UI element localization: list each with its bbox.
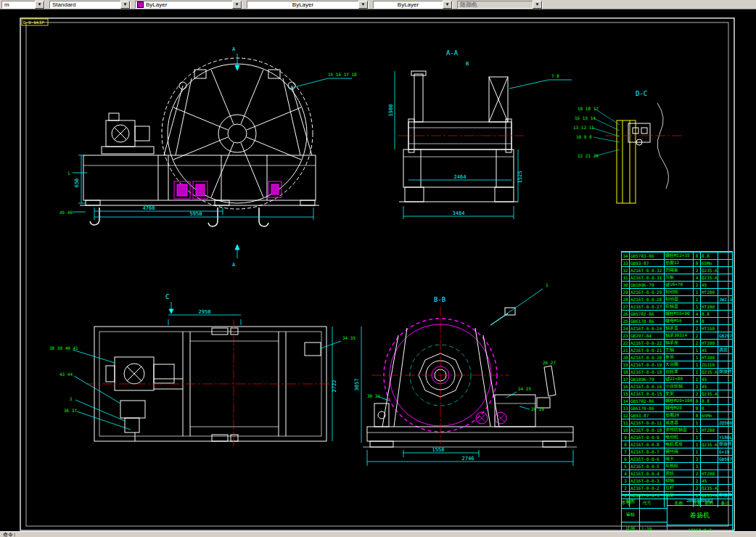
dim-text: 2722 — [332, 380, 337, 393]
bom-cell-material: 8.8 — [701, 397, 718, 404]
bom-cell-material: 65Mn — [701, 411, 718, 419]
bom-cell-seq: 28 — [622, 295, 630, 303]
balloon-numbers: 10 9 8 — [576, 134, 592, 139]
balloon-numbers: 38 39 40 41 — [49, 345, 78, 351]
left-combo[interactable]: m ▼ — [1, 1, 45, 9]
balloon-numbers: 43 44 — [59, 372, 73, 377]
bom-cell-qty: 1 — [694, 368, 701, 375]
model-space-canvas[interactable]: D-D-bkIP — [0, 9, 756, 531]
bom-row: 21AZ16T-0-0-21主轴145调质 — [622, 346, 732, 353]
bom-cell-remark — [718, 353, 732, 361]
bom-cell-material: Q235-A — [701, 266, 718, 274]
balloon-numbers: 26 27 — [543, 360, 556, 365]
bom-cell-code: AZ16T-0-0-6 — [630, 455, 665, 462]
corner-label: D-D-bkIP — [22, 19, 48, 25]
dim-text: 1525 — [517, 171, 523, 184]
bom-cell-material: 8.8 — [701, 310, 718, 317]
bom-cell-remark — [718, 317, 732, 324]
bom-cell-qty: 1 — [694, 288, 701, 295]
bom-cell-code: GB93-87 — [630, 411, 665, 419]
bom-cell-qty: 2 — [694, 324, 701, 332]
balloon-numbers: 7 8 — [551, 73, 559, 78]
bom-cell-remark — [718, 375, 732, 382]
bom-cell-material: HT200 — [701, 426, 718, 433]
bom-cell-remark — [718, 303, 732, 310]
title-block-row: 审核 — [622, 509, 667, 522]
style-combo[interactable]: Standard ▼ — [49, 1, 131, 9]
bom-cell-qty: 2 — [694, 470, 701, 477]
chevron-down-icon: ▼ — [533, 1, 542, 9]
object-properties-toolbar: m ▼ Standard ▼ ByLayer ▼ ByLayer ▼ ByLay… — [0, 0, 756, 9]
bom-cell-seq: 18 — [622, 368, 630, 375]
bom-row: 32AZ16T-0-0-32挡绳板2Q235-A — [622, 266, 732, 274]
chevron-down-icon[interactable]: ▼ — [358, 1, 368, 9]
chevron-down-icon[interactable]: ▼ — [35, 1, 44, 9]
balloon-numbers: 2 — [70, 396, 73, 401]
plotstyle-combo-value: 随颜色 — [458, 1, 533, 9]
bom-cell-code: GB93-87 — [630, 259, 665, 266]
bom-cell-code: AZ16T-0-0-24 — [630, 324, 665, 332]
bom-cell-name: 垫圈20 — [665, 411, 694, 419]
dim-text: 3057 — [354, 379, 360, 391]
bom-cell-seq: 7 — [622, 448, 630, 455]
color-combo[interactable]: ByLayer ▼ — [135, 1, 242, 9]
balloon-numbers: 22 21 20 — [578, 153, 599, 158]
bom-row: 23GB297-84轴承303142GB297 — [622, 332, 732, 339]
command-prompt: 命令: — [3, 532, 16, 537]
bom-cell-seq: 20 — [622, 353, 630, 361]
plan-view-annotations: C 2950 2722 38 39 40 41 43 44 2 36 37 34… — [49, 293, 356, 441]
bom-cell-seq: 4 — [622, 470, 630, 477]
bom-cell-material — [701, 295, 718, 303]
bom-cell-material: HT150 — [701, 324, 718, 332]
bom-cell-qty: 8 — [694, 404, 701, 411]
chevron-down-icon[interactable]: ▼ — [443, 1, 452, 9]
dim-text: 5950 — [190, 211, 202, 217]
bom-cell-qty: 8 — [694, 252, 701, 259]
bom-cell-qty: 1 — [694, 346, 701, 353]
bom-cell-seq: 12 — [622, 411, 630, 419]
bom-cell-code: AZ16T-0-0-20 — [630, 353, 665, 361]
bom-cell-seq: 17 — [622, 375, 630, 382]
bom-cell-remark: 调质 — [718, 346, 732, 353]
bom-cell-qty: 1 — [694, 361, 701, 368]
bom-cell-remark: 焊接件 — [718, 440, 732, 448]
lineweight-combo-value: ByLayer — [374, 1, 443, 8]
bom-cell-remark — [718, 477, 732, 484]
bom-cell-name: 螺栓M16×90 — [665, 310, 694, 317]
bom-row: 16AZ16T-0-0-16小齿轮轴145 — [622, 382, 732, 390]
bom-cell-seq: 16 — [622, 382, 630, 390]
bom-cell-seq: 23 — [622, 332, 630, 339]
bom-cell-material: 45 — [701, 382, 718, 390]
balloon-numbers: 1 — [67, 171, 70, 176]
chevron-down-icon[interactable]: ▼ — [232, 1, 242, 9]
bom-cell-seq: 19 — [622, 361, 630, 368]
bom-cell-name: 销轴 — [665, 477, 694, 484]
bom-cell-material — [701, 462, 718, 470]
bom-row: 28AZ16T-0-0-28制动器1JWZ-300 — [622, 295, 732, 303]
linetype-combo[interactable]: ByLayer ▼ — [247, 1, 369, 9]
bom-cell-name: 制动器 — [665, 295, 694, 303]
bom-row: 3AZ16T-0-0-3销轴245 — [622, 477, 732, 484]
balloon-numbers: 45 46 — [59, 210, 73, 215]
chevron-down-icon[interactable]: ▼ — [120, 1, 130, 9]
bom-row: 25GB6170-86螺母M1648 — [622, 317, 732, 324]
bom-cell-qty: 1 — [694, 462, 701, 470]
balloon-numbers: 36 37 — [64, 408, 77, 413]
bom-cell-material: 45 — [701, 375, 718, 382]
command-line-bar[interactable]: 命令: — [0, 531, 756, 537]
student-number: 2006040602 — [667, 496, 732, 506]
bb-view-centerlines — [371, 306, 509, 444]
bom-cell-qty: 1 — [694, 303, 701, 310]
bom-rows: 34GB5783-86螺栓M12×3588.833GB93-87垫圈12865M… — [622, 252, 732, 499]
left-combo-value: m — [2, 1, 35, 8]
lineweight-combo[interactable]: ByLayer ▼ — [373, 1, 453, 9]
bom-cell-seq: 15 — [622, 390, 630, 397]
bom-cell-seq: 30 — [622, 281, 630, 288]
bom-row: 7AZ16T-0-0-7钢丝绳16×19 — [622, 448, 732, 455]
bom-row: 14GB5782-86螺栓M20×10088.8 — [622, 397, 732, 404]
bom-cell-code: GB1096-79 — [630, 281, 665, 288]
side-view-annotations: A-A B 2464 3484 1525 1980 7 8 — [388, 49, 572, 219]
bom-cell-material: Q235-A — [701, 390, 718, 397]
bom-cell-name: 绳卡 — [665, 455, 694, 462]
bom-cell-seq: 2 — [622, 484, 630, 491]
